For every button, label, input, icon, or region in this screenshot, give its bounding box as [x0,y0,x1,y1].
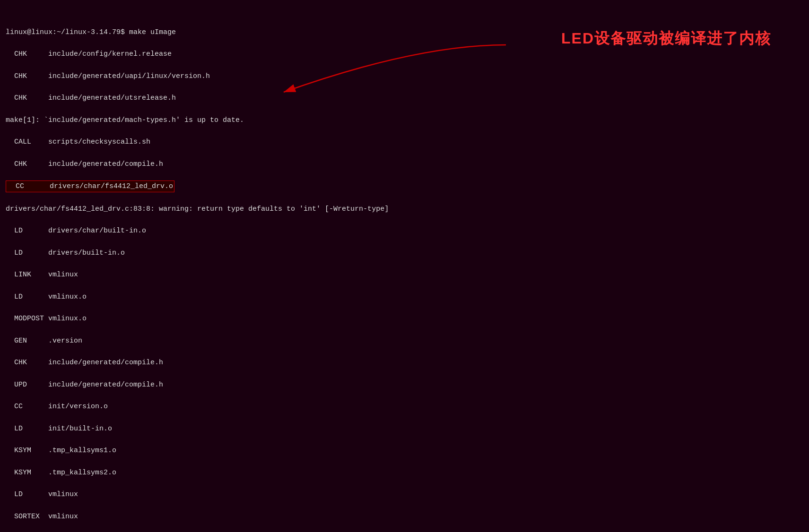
terminal-line-21: KSYM .tmp_kallsyms2.o [6,467,803,478]
terminal-line-10: LD drivers/char/built-in.o [6,225,803,236]
terminal-line-8-container: CC drivers/char/fs4412_led_drv.o [6,180,803,192]
terminal-line-6: CALL scripts/checksyscalls.sh [6,137,803,147]
terminal-output: linux@linux:~/linux-3.14.79$ make uImage… [0,0,809,532]
terminal-line-9: drivers/char/fs4412_led_drv.c:83:8: warn… [6,204,803,215]
terminal-line-13: LD vmlinux.o [6,292,803,302]
terminal-line-4: CHK include/generated/utsrelease.h [6,93,803,103]
terminal-line-15: GEN .version [6,335,803,346]
terminal-line-2: CHK include/config/kernel.release [6,49,803,60]
terminal-line-14: MODPOST vmlinux.o [6,313,803,324]
terminal-line-12: LINK vmlinux [6,269,803,280]
terminal-line-20: KSYM .tmp_kallsyms1.o [6,445,803,456]
terminal-line-23: SORTEX vmlinux [6,511,803,522]
terminal-line-7: CHK include/generated/compile.h [6,159,803,170]
terminal-line-3: CHK include/generated/uapi/linux/version… [6,71,803,82]
terminal-line-22: LD vmlinux [6,489,803,500]
terminal-line-18: CC init/version.o [6,401,803,412]
terminal-line-16: CHK include/generated/compile.h [6,357,803,368]
terminal-line-8-highlighted: CC drivers/char/fs4412_led_drv.o [6,180,174,192]
terminal-line-5: make[1]: `include/generated/mach-types.h… [6,115,803,126]
terminal-line-17: UPD include/generated/compile.h [6,379,803,390]
terminal-line-19: LD init/built-in.o [6,423,803,434]
terminal-line-11: LD drivers/built-in.o [6,248,803,258]
annotation-label: LED设备驱动被编译进了内核 [561,28,771,49]
